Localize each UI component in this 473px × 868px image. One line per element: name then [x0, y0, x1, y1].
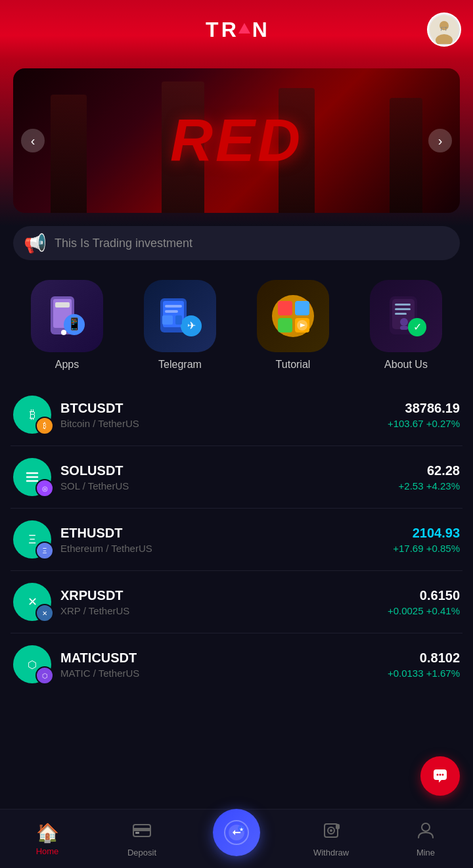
crypto-item-xrpusdt[interactable]: ✕ ✕ XRPUSDT XRP / TetherUS 0.6150 +0.002… [11, 571, 462, 633]
solusdt-price: 62.28 +2.53 +4.23% [399, 463, 460, 491]
nav-item-mine[interactable]: Mine [378, 821, 473, 857]
svg-point-49 [442, 774, 444, 776]
btcusdt-price-change: +103.67 +0.27% [388, 418, 460, 429]
maticusdt-price-change: +0.0133 +1.67% [388, 668, 460, 679]
svg-point-32 [400, 318, 408, 326]
crypto-item-btcusdt[interactable]: ₿ ₿ BTCUSDT Bitcoin / TetherUS 38786.19 … [11, 384, 462, 446]
deposit-icon [132, 821, 152, 845]
svg-rect-59 [336, 824, 340, 829]
btcusdt-icon-wrap: ₿ ₿ [13, 396, 51, 434]
svg-rect-6 [55, 302, 70, 308]
svg-text:◎: ◎ [42, 485, 48, 492]
solusdt-badge: ◎ [35, 479, 54, 497]
maticusdt-price-value: 0.8102 [388, 651, 460, 666]
nav-home-label: Home [36, 846, 59, 856]
nav-item-home[interactable]: 🏠 Home [0, 822, 95, 856]
banner-next-button[interactable]: › [428, 129, 452, 152]
solusdt-symbol: SOLUSDT [60, 463, 390, 478]
xrpusdt-symbol: XRPUSDT [60, 588, 378, 603]
banner: RED ‹ › [13, 68, 460, 213]
btcusdt-info: BTCUSDT Bitcoin / TetherUS [60, 401, 378, 429]
nav-withdraw-label: Withdraw [313, 848, 349, 857]
fab-chat-button[interactable] [420, 756, 460, 796]
svg-text:⬡: ⬡ [28, 659, 37, 670]
solusdt-name: SOL / TetherUS [60, 480, 390, 491]
telegram-icon: ✈ [144, 280, 216, 352]
svg-rect-17 [175, 315, 182, 325]
svg-rect-19 [278, 301, 292, 315]
ethusdt-price-value: 2104.93 [393, 526, 460, 541]
ethusdt-price-change: +17.69 +0.85% [393, 543, 460, 554]
svg-rect-51 [133, 828, 150, 831]
svg-text:Ξ: Ξ [28, 533, 36, 546]
header-logo: T R N [206, 18, 267, 42]
aboutus-icon: ✓ [370, 280, 442, 352]
ethusdt-name: Ethereum / TetherUS [60, 543, 384, 554]
svg-text:FT: FT [441, 26, 448, 32]
svg-text:✓: ✓ [413, 321, 422, 332]
svg-point-60 [422, 823, 430, 831]
btcusdt-badge: ₿ [35, 417, 54, 435]
ethusdt-info: ETHUSDT Ethereum / TetherUS [60, 526, 384, 554]
solusdt-info: SOLUSDT SOL / TetherUS [60, 463, 390, 491]
svg-text:Ξ: Ξ [43, 547, 47, 555]
apps-label: Apps [55, 359, 79, 371]
avatar-image: FT [428, 14, 460, 45]
tutorial-label: Tutorial [276, 359, 311, 371]
banner-prev-button[interactable]: ‹ [21, 129, 45, 152]
telegram-label: Telegram [158, 359, 202, 371]
btcusdt-price-value: 38786.19 [388, 401, 460, 416]
nav-deposit-label: Deposit [127, 848, 156, 857]
marquee-bar: 📢 This Is Trading investment [13, 226, 460, 260]
avatar[interactable]: FT [427, 12, 461, 47]
withdraw-icon [321, 821, 341, 845]
solusdt-price-change: +2.53 +4.23% [399, 480, 460, 491]
banner-text: RED [170, 107, 303, 175]
svg-text:✕: ✕ [42, 610, 47, 617]
svg-rect-27 [395, 304, 411, 306]
maticusdt-price: 0.8102 +0.0133 +1.67% [388, 651, 460, 679]
action-item-apps[interactable]: 📱 Apps [31, 280, 103, 371]
banner-container: RED ‹ › [0, 59, 473, 226]
tutorial-icon [257, 280, 329, 352]
quick-actions: 📱 Apps ✈ Telegram [0, 273, 473, 384]
action-item-tutorial[interactable]: Tutorial [257, 280, 329, 371]
svg-text:★: ★ [239, 826, 244, 832]
crypto-item-ethusdt[interactable]: Ξ Ξ ETHUSDT Ethereum / TetherUS 2104.93 … [11, 509, 462, 571]
maticusdt-info: MATICUSDT MATIC / TetherUS [60, 651, 378, 679]
bottom-nav: 🏠 Home Deposit ★ [0, 809, 473, 868]
nav-item-deposit[interactable]: Deposit [95, 821, 189, 857]
action-item-telegram[interactable]: ✈ Telegram [144, 280, 216, 371]
crypto-item-maticusdt[interactable]: ⬡ ⬡ MATICUSDT MATIC / TetherUS 0.8102 +0… [11, 633, 462, 695]
megaphone-icon: 📢 [24, 233, 47, 254]
crypto-item-solusdt[interactable]: ◎ SOLUSDT SOL / TetherUS 62.28 +2.53 +4.… [11, 446, 462, 509]
maticusdt-badge: ⬡ [35, 666, 54, 685]
xrpusdt-price: 0.6150 +0.0025 +0.41% [388, 588, 460, 616]
svg-rect-12 [165, 305, 182, 308]
nav-center: ★ [189, 822, 284, 856]
header: T R N FT [0, 0, 473, 59]
maticusdt-symbol: MATICUSDT [60, 651, 378, 666]
ethusdt-price: 2104.93 +17.69 +0.85% [393, 526, 460, 554]
svg-rect-20 [295, 301, 309, 315]
svg-point-47 [437, 774, 439, 776]
logo-triangle-icon [238, 23, 250, 34]
svg-text:📱: 📱 [67, 317, 82, 331]
svg-point-48 [439, 774, 441, 776]
svg-point-58 [330, 829, 332, 832]
xrpusdt-badge: ✕ [35, 604, 54, 622]
nav-center-button[interactable]: ★ [213, 809, 260, 856]
svg-rect-16 [162, 315, 173, 325]
crypto-list: ₿ ₿ BTCUSDT Bitcoin / TetherUS 38786.19 … [0, 384, 473, 695]
solusdt-price-value: 62.28 [399, 463, 460, 478]
action-item-aboutus[interactable]: ✓ About Us [370, 280, 442, 371]
aboutus-label: About Us [384, 359, 428, 371]
svg-text:✕: ✕ [28, 595, 37, 608]
xrpusdt-price-value: 0.6150 [388, 588, 460, 603]
mine-icon [416, 821, 436, 845]
xrpusdt-info: XRPUSDT XRP / TetherUS [60, 588, 378, 616]
nav-item-withdraw[interactable]: Withdraw [284, 821, 378, 857]
svg-rect-13 [165, 310, 178, 313]
btcusdt-symbol: BTCUSDT [60, 401, 378, 416]
svg-rect-52 [135, 832, 139, 834]
